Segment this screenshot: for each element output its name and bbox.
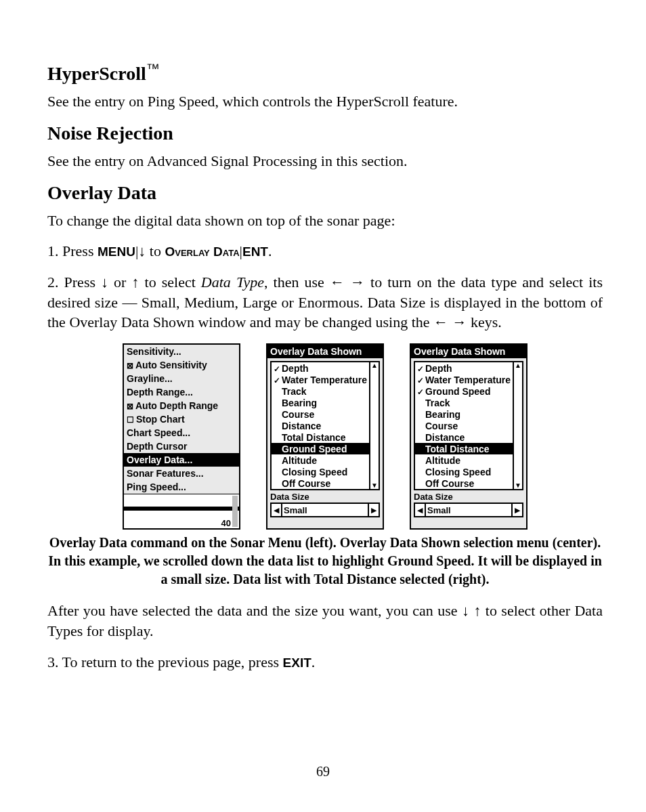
emph-data-type: Data Type — [201, 274, 264, 291]
overlay-data-item[interactable]: Closing Speed — [272, 466, 369, 477]
step-1: 1. Press MENU|↓ to Overlay Data|ENT. — [47, 241, 603, 261]
overlay-data-item[interactable]: Course — [272, 408, 369, 420]
sonar-menu-item[interactable]: Auto Sensitivity — [124, 358, 239, 372]
overlay-data-item[interactable]: Distance — [272, 420, 369, 431]
overlay-data-item[interactable]: Altitude — [272, 454, 369, 466]
overlay-data-item-label: Depth — [282, 363, 309, 374]
scroll-up-icon[interactable]: ▲ — [515, 362, 521, 369]
overlay-data-item[interactable]: Total Distance — [415, 443, 513, 454]
step2-mid1: to select — [139, 274, 201, 291]
step1-prefix: 1. Press — [47, 242, 98, 259]
sonar-menu-item[interactable]: Depth Range... — [124, 385, 239, 399]
overlay-data-item-label: Ground Speed — [282, 444, 347, 454]
figure-caption: Overlay Data command on the Sonar Menu (… — [47, 534, 603, 589]
sonar-menu-item[interactable]: Sonar Features... — [124, 467, 239, 480]
overlay-data-item-label: Distance — [425, 432, 465, 443]
ods-title: Overlay Data Shown — [267, 345, 383, 358]
overlay-data-item[interactable]: Track — [272, 385, 369, 397]
depth-value: 40 — [221, 518, 231, 528]
step3-prefix: 3. To return to the previous page, press — [47, 654, 283, 670]
overlay-data-item[interactable]: Course — [415, 420, 513, 431]
overlay-data-item[interactable]: Ground Speed — [272, 443, 369, 454]
overlay-data-item-label: Closing Speed — [282, 467, 347, 477]
ods-listbox[interactable]: DepthWater TemperatureTrackBearingCourse… — [270, 361, 380, 490]
depth-ruler — [232, 496, 238, 527]
sonar-menu-item[interactable]: Sensitivity... — [124, 345, 239, 358]
overlay-data-item-label: Altitude — [425, 455, 460, 466]
sonar-menu-item[interactable]: Ping Speed... — [124, 480, 239, 494]
overlay-data-item[interactable]: Bearing — [415, 408, 513, 420]
size-next-button[interactable]: ▶ — [368, 504, 379, 516]
overlay-data-item[interactable]: Depth — [415, 362, 513, 374]
heading-overlay-data: Overlay Data — [47, 182, 603, 204]
step2-or: or — [108, 274, 131, 291]
step2-prefix: 2. Press — [47, 274, 101, 291]
overlay-data-item-label: Water Temperature — [282, 375, 367, 385]
overlay-data-item[interactable]: Depth — [272, 362, 369, 374]
scroll-down-icon[interactable]: ▼ — [515, 482, 521, 489]
overlay-data-item-label: Track — [282, 386, 307, 397]
trademark-icon: ™ — [146, 61, 160, 76]
overlay-data-item-label: Bearing — [425, 409, 460, 420]
size-prev-button[interactable]: ◀ — [272, 504, 282, 516]
size-prev-button[interactable]: ◀ — [415, 504, 426, 516]
scrollbar[interactable]: ▲▼ — [369, 362, 379, 489]
page-number: 69 — [0, 764, 646, 779]
overlay-data-item-label: Total Distance — [425, 444, 490, 454]
overlay-data-item[interactable]: Altitude — [415, 454, 513, 466]
step3-period: . — [311, 654, 316, 670]
para-noise-rejection: See the entry on Advanced Signal Process… — [47, 151, 603, 171]
overlay-data-item[interactable]: Off Course — [415, 477, 513, 489]
size-next-button[interactable]: ▶ — [511, 504, 522, 516]
sonar-menu-item[interactable]: Grayline... — [124, 372, 239, 385]
sonar-menu-item[interactable]: Auto Depth Range — [124, 399, 239, 412]
overlay-data-item[interactable]: Water Temperature — [415, 374, 513, 385]
check-icon — [274, 363, 282, 374]
overlay-data-item-label: Total Distance — [282, 432, 346, 443]
overlay-data-shown-right: Overlay Data Shown DepthWater Temperatur… — [410, 343, 527, 530]
overlay-data-item[interactable]: Off Course — [272, 477, 369, 489]
heading-noise-rejection: Noise Rejection — [47, 123, 603, 144]
overlay-data-shown-center: Overlay Data Shown DepthWater Temperatur… — [266, 343, 384, 530]
scroll-up-icon[interactable]: ▲ — [371, 362, 378, 369]
sonar-preview: 40 — [124, 494, 239, 528]
overlay-data-item[interactable]: Distance — [415, 431, 513, 443]
overlay-data-item-label: Bearing — [282, 398, 317, 408]
overlay-data-item-label: Closing Speed — [425, 467, 491, 477]
arrow-up-icon: ↑ — [473, 602, 481, 619]
data-size-spinner[interactable]: ◀ Small ▶ — [414, 503, 523, 517]
overlay-data-item[interactable]: Total Distance — [272, 431, 369, 443]
ods-title: Overlay Data Shown — [411, 345, 526, 358]
scroll-down-icon[interactable]: ▼ — [371, 482, 378, 489]
check-icon — [417, 375, 425, 385]
overlay-data-item[interactable]: Track — [415, 397, 513, 408]
overlay-data-item-label: Track — [425, 398, 450, 408]
overlay-data-item[interactable]: Water Temperature — [272, 374, 369, 385]
arrow-left-icon: ← — [330, 274, 345, 291]
overlay-data-item-label: Depth — [425, 363, 452, 374]
step2-mid2: , then use — [264, 274, 330, 291]
sonar-menu-item[interactable]: Stop Chart — [124, 412, 239, 426]
overlay-data-item[interactable]: Closing Speed — [415, 466, 513, 477]
arrow-down-icon: ↓ — [101, 274, 108, 291]
data-size-spinner[interactable]: ◀ Small ▶ — [270, 503, 380, 517]
arrow-down-icon: ↓ — [462, 602, 469, 619]
sonar-menu-item[interactable]: Overlay Data... — [124, 453, 239, 467]
scrollbar[interactable]: ▲▼ — [513, 362, 522, 489]
step-2: 2. Press ↓ or ↑ to select Data Type, the… — [47, 272, 603, 333]
after-text-1: After you have selected the data and the… — [47, 602, 462, 619]
arrow-right-icon: → — [452, 314, 467, 330]
step2-keys: keys. — [467, 314, 502, 330]
step-3: 3. To return to the previous page, press… — [47, 652, 603, 672]
arrow-left-icon: ← — [433, 314, 448, 330]
arrow-up-icon: ↑ — [132, 274, 139, 291]
key-exit: EXIT — [283, 656, 311, 670]
ods-listbox[interactable]: DepthWater TemperatureGround SpeedTrackB… — [414, 361, 523, 490]
para-overlay-intro: To change the digital data shown on top … — [47, 211, 603, 231]
overlay-data-item-label: Course — [425, 421, 458, 431]
overlay-data-item[interactable]: Ground Speed — [415, 385, 513, 397]
sonar-menu-item[interactable]: Depth Cursor — [124, 440, 239, 453]
sonar-menu-item[interactable]: Chart Speed... — [124, 426, 239, 440]
overlay-data-item-label: Course — [282, 409, 314, 420]
overlay-data-item[interactable]: Bearing — [272, 397, 369, 408]
